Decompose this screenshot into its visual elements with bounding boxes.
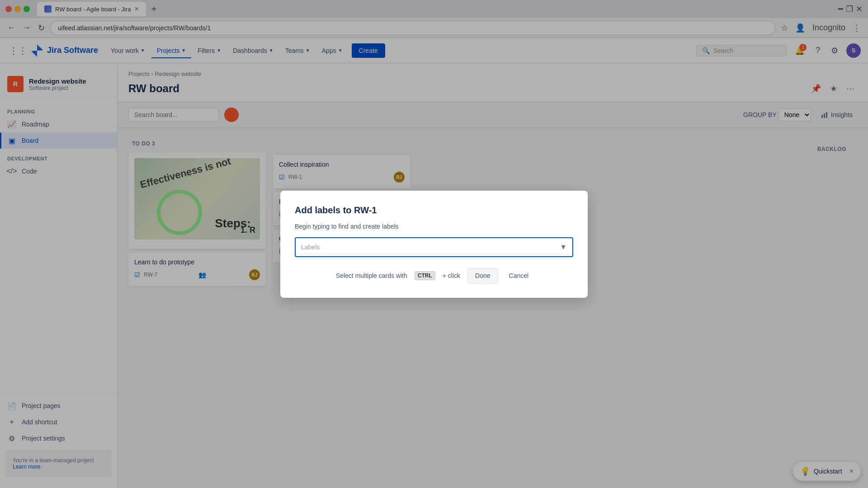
modal-title: Add labels to RW-1 [295,205,573,216]
modal-footer-text: Select multiple cards with [336,272,407,279]
labels-input[interactable] [301,244,560,251]
dropdown-chevron-icon: ▼ [560,243,567,251]
modal-input-row[interactable]: ▼ [295,237,573,257]
modal-subtitle: Begin typing to find and create labels [295,223,573,230]
done-btn[interactable]: Done [467,268,498,283]
modal-overlay[interactable]: Add labels to RW-1 Begin typing to find … [0,0,868,488]
add-labels-modal: Add labels to RW-1 Begin typing to find … [280,191,588,298]
cancel-btn[interactable]: Cancel [505,268,533,283]
ctrl-badge: CTRL [415,271,435,280]
modal-footer: Select multiple cards with CTRL + click … [295,268,573,283]
plus-click-text: + click [443,272,460,279]
